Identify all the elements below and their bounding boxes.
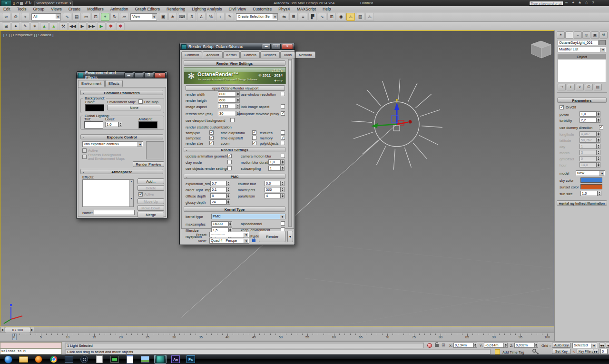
tab-network[interactable]: Network	[295, 51, 315, 58]
x-coord-field[interactable]: 0,134m	[453, 343, 473, 348]
selection-filter-dropdown[interactable]: All	[31, 13, 61, 20]
motion-tab-icon[interactable]: ◎	[582, 31, 590, 39]
stat-memory-checkbox[interactable]	[281, 136, 285, 140]
new-scene-icon[interactable]: ▯	[13, 1, 15, 5]
kt-maxsamples-spinner[interactable]	[228, 221, 232, 226]
x-coord-spinner[interactable]	[473, 343, 477, 348]
exposure-active-checkbox[interactable]	[82, 148, 87, 153]
notepad-icon[interactable]	[124, 355, 136, 364]
pmc-maxrejects-spinner[interactable]	[281, 187, 285, 192]
infocenter-search-input[interactable]	[529, 1, 563, 6]
spinner-snap-toggle-icon[interactable]: ↕	[216, 13, 225, 21]
remove-modifier-icon[interactable]: ∅	[585, 84, 593, 90]
menu-help[interactable]: Help	[319, 6, 334, 12]
menu-rendering[interactable]: Rendering	[163, 6, 188, 12]
proxy-green-b-icon[interactable]: ▲	[49, 22, 58, 30]
z-coord-field[interactable]: 0,032m	[514, 343, 534, 348]
environment-map-none-button[interactable]: None	[107, 105, 161, 110]
menu-maxscript[interactable]: MAXScript	[294, 6, 319, 12]
viewport-layout-icon[interactable]: ⊞	[2, 22, 10, 30]
angle-snap-toggle-icon[interactable]: ∠	[197, 13, 206, 21]
pmc-direct-light-imp-spinner[interactable]	[226, 187, 230, 192]
month-spinner[interactable]	[597, 150, 600, 155]
menu-physx[interactable]: PhysX	[275, 6, 294, 12]
render-view-settings-rollout[interactable]: -Render View Settings	[184, 60, 285, 66]
sky-color-swatch[interactable]	[580, 177, 602, 183]
pmc-glossy-depth-field[interactable]: 24	[210, 199, 226, 205]
clay-mode-checkbox[interactable]	[227, 160, 232, 164]
power-field[interactable]: 1,0	[580, 111, 597, 117]
clip-rewind-icon[interactable]: ◀◀	[69, 22, 77, 30]
day-field[interactable]: 1	[580, 144, 597, 149]
geosphere-icon[interactable]: ●	[11, 22, 20, 30]
select-and-rotate-icon[interactable]: ↻	[110, 13, 119, 21]
reference-coordinate-dropdown[interactable]: View	[130, 13, 157, 20]
chrome-icon[interactable]	[48, 355, 60, 364]
scrollbar-thumb[interactable]	[289, 60, 291, 93]
exposure-control-dropdown[interactable]: <no exposure control>	[82, 141, 143, 147]
tab-camera[interactable]: Camera	[240, 51, 260, 58]
menu-create[interactable]: Create	[65, 6, 84, 12]
pmc-parallelism-spinner[interactable]	[281, 193, 285, 198]
pin-stack-icon[interactable]: ⊸	[558, 84, 566, 90]
current-frame-field[interactable]: 0	[600, 349, 608, 354]
subsampling-field[interactable]: 1	[268, 166, 281, 171]
stat-textures-checkbox[interactable]	[281, 130, 285, 135]
render-setup-icon[interactable]: ♨	[346, 13, 355, 21]
close-button[interactable]: ✕	[282, 44, 293, 49]
maximize-button[interactable]: ❒	[272, 44, 281, 49]
photo-viewer-icon[interactable]	[63, 355, 75, 364]
render-setup-scrollbar[interactable]	[288, 59, 292, 227]
onoff-checkbox[interactable]	[560, 105, 564, 109]
maxscript-mini-listener-output[interactable]: Welcome to M	[0, 348, 62, 354]
steam-icon[interactable]	[78, 355, 90, 364]
windows-explorer-icon[interactable]	[17, 355, 29, 364]
move-up-button[interactable]: Move Up	[138, 198, 164, 204]
effects-list-scrollbar[interactable]: ▲▼	[129, 180, 133, 207]
play-green-icon[interactable]: ▶	[97, 22, 106, 30]
maximize-button[interactable]: ❒	[144, 72, 153, 78]
document-app-icon[interactable]	[93, 355, 106, 364]
material-editor-icon[interactable]: ◉	[337, 13, 345, 21]
minimize-button[interactable]: ▬	[124, 72, 133, 78]
clip-forward-icon[interactable]: ▶▶	[88, 22, 96, 30]
capture-app-icon[interactable]	[108, 355, 121, 364]
hour-field[interactable]: 14,0	[580, 162, 597, 167]
tab-tools[interactable]: Tools	[280, 51, 295, 58]
common-parameters-rollout[interactable]: -Common Parameters	[80, 90, 163, 95]
delete-effect-button[interactable]: Delete	[138, 185, 164, 191]
communication-center-icon[interactable]: ★	[577, 0, 583, 5]
render-preview-button[interactable]: Render Preview	[133, 161, 164, 167]
select-by-name-icon[interactable]: ▤	[72, 13, 81, 21]
refresh-time-field[interactable]: 30	[218, 111, 236, 116]
modifier-stack[interactable]: Object	[558, 54, 606, 82]
kernel-type-rollout[interactable]: -Kernel Type	[184, 207, 285, 212]
curve-editor-icon[interactable]: ∿	[318, 13, 326, 21]
background-color-swatch[interactable]	[85, 104, 104, 111]
particle-wand-icon[interactable]: ✶	[30, 22, 39, 30]
y-coord-spinner[interactable]	[504, 343, 508, 348]
snaps-toggle-icon[interactable]: 3	[187, 13, 196, 21]
mirror-icon[interactable]: ⇋	[280, 13, 288, 21]
stat-poly-objects-checkbox[interactable]	[281, 141, 285, 145]
time-tag-icon[interactable]	[495, 349, 500, 354]
stack-item-object[interactable]: Object	[558, 54, 606, 59]
menu-graph-editors[interactable]: Graph Editors	[131, 6, 163, 12]
gmtoffset-spinner[interactable]	[597, 156, 600, 161]
tab-kernel[interactable]: Kernel	[223, 51, 240, 58]
image-viewer-icon[interactable]	[139, 355, 151, 364]
select-and-manipulate-icon[interactable]: ∗	[168, 13, 177, 21]
turbidity-spinner[interactable]	[597, 118, 600, 123]
pmc-maxrejects-field[interactable]: 500	[265, 187, 281, 192]
display-tab-icon[interactable]: ▣	[591, 31, 599, 39]
open-file-icon[interactable]: ▱	[16, 1, 19, 5]
render-heigth-field[interactable]: 600	[218, 98, 236, 103]
model-dropdown[interactable]: New	[576, 170, 605, 176]
pmc-rollout[interactable]: -PMC	[184, 174, 285, 179]
tint-color-swatch[interactable]	[84, 121, 103, 128]
merge-button[interactable]: Merge	[138, 212, 164, 217]
stat-time-elaps-total-checkbox[interactable]	[252, 130, 256, 135]
favorites-icon[interactable]: ☆	[583, 0, 589, 5]
named-selection-sets-combo[interactable]: Create Selection Se	[236, 13, 278, 20]
level-spinner[interactable]	[118, 122, 122, 127]
